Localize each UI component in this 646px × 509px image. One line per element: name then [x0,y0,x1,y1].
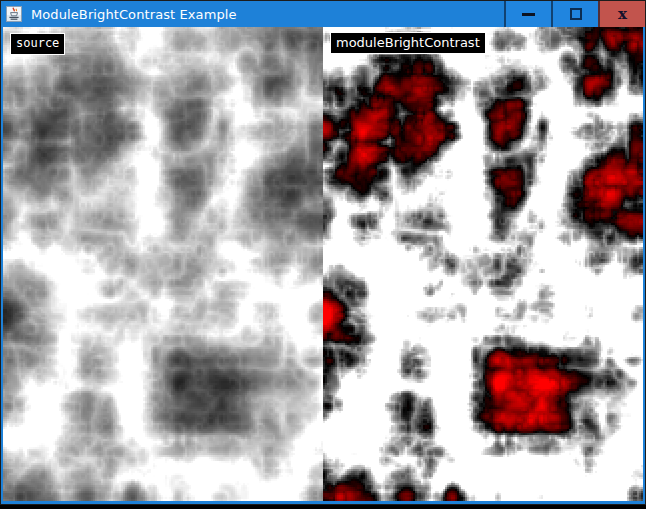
minimize-button[interactable] [504,1,551,27]
panel-source: source [3,27,323,501]
module-bright-contrast-label: moduleBrightContrast [330,32,486,54]
module-bright-contrast-image [323,27,643,501]
source-label: source [10,33,65,55]
window-title: ModuleBrightContrast Example [31,7,237,22]
close-button[interactable]: x [598,1,645,27]
source-image [3,27,323,501]
close-icon: x [618,7,627,21]
panel-module-bright-contrast: moduleBrightContrast [323,27,643,501]
maximize-button[interactable] [551,1,598,27]
content-area: source moduleBrightContrast [3,27,643,501]
titlebar[interactable]: ModuleBrightContrast Example x [1,1,645,27]
maximize-icon [570,8,582,20]
window-controls: x [504,1,645,27]
minimize-icon [522,13,535,16]
app-window: ModuleBrightContrast Example x source mo… [0,0,646,505]
java-coffee-cup-icon[interactable] [6,6,22,22]
